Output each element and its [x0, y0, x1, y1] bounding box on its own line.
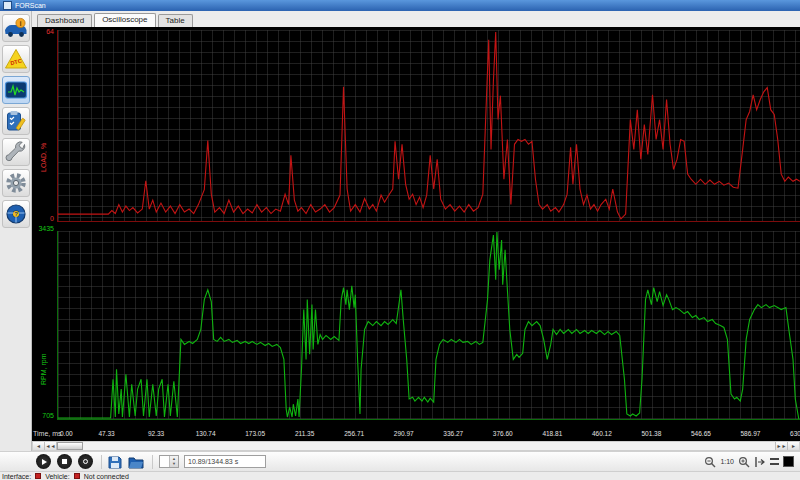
time-tick-label: 211.35: [295, 430, 314, 437]
scrollbar-track[interactable]: [83, 442, 775, 450]
scroll-left-button[interactable]: ◄: [33, 442, 45, 450]
sample-spinner[interactable]: ▲▼: [159, 455, 179, 468]
channel2-min-label: 705: [34, 412, 54, 419]
time-tick-label: 92.33: [148, 430, 164, 437]
time-tick-label: 336.27: [443, 430, 463, 437]
measure-cursor-icon[interactable]: [754, 456, 766, 468]
zoom-out-icon[interactable]: [704, 456, 716, 468]
sidebar-item-configuration[interactable]: [2, 169, 30, 197]
time-tick-label: 130.74: [196, 430, 216, 437]
record-button[interactable]: [78, 454, 93, 469]
dtc-warning-icon: DTC: [4, 48, 28, 70]
scroll-right-page-button[interactable]: ►►: [775, 442, 787, 450]
channel1-max-label: 64: [38, 28, 54, 35]
channel2-plot[interactable]: [57, 231, 800, 420]
channel2-trace: [58, 231, 800, 419]
time-tick-label: 376.60: [493, 430, 513, 437]
time-axis-ticks: 0.0047.3392.33130.74173.05211.35256.7129…: [57, 430, 800, 439]
time-tick-label: 0.00: [60, 430, 73, 437]
scroll-right-button[interactable]: ►: [787, 442, 799, 450]
connection-status-text: Not connected: [84, 473, 129, 480]
stop-icon: [62, 459, 67, 464]
time-tick-label: 418.81: [542, 430, 562, 437]
toolbar-separator: [152, 455, 153, 469]
zoom-controls: 1:10: [704, 456, 794, 468]
time-tick-label: 290.97: [394, 430, 414, 437]
time-tick-label: 47.33: [98, 430, 114, 437]
channel1-min-label: 0: [38, 215, 54, 222]
open-folder-icon: [128, 455, 144, 469]
time-tick-label: 460.12: [592, 430, 612, 437]
time-tick-label: 546.65: [691, 430, 711, 437]
play-icon: [42, 459, 47, 465]
oscilloscope-chart[interactable]: 64 0 LOAD, % 3435 705 RPM, rpm Time, ms …: [32, 27, 800, 441]
scrollbar-thumb[interactable]: [57, 442, 83, 450]
toolbar-separator: [101, 455, 102, 469]
interface-label: Interface:: [2, 473, 31, 480]
time-tick-label: 173.05: [245, 430, 265, 437]
tab-dashboard[interactable]: Dashboard: [37, 14, 92, 27]
vehicle-status-led: [74, 473, 80, 479]
vehicle-label: Vehicle:: [45, 473, 70, 480]
time-tick-label: 501.38: [641, 430, 661, 437]
sidebar-item-service[interactable]: [2, 138, 30, 166]
play-button[interactable]: [36, 454, 51, 469]
interface-status-led: [35, 473, 41, 479]
forscan-window: FORScan i DTC: [0, 0, 800, 480]
wrench-icon: [4, 141, 28, 163]
statusbar: Interface: Vehicle: Not connected: [0, 471, 800, 480]
oscilloscope-scrollbar[interactable]: ◄ ◄◄ ►► ►: [32, 441, 800, 451]
tests-clipboard-icon: [4, 110, 28, 132]
channel2-axis-label: RPM, rpm: [40, 295, 47, 385]
sidebar-item-settings[interactable]: ?: [2, 200, 30, 228]
sidebar-item-oscilloscope[interactable]: [2, 76, 30, 104]
svg-text:?: ?: [14, 211, 18, 217]
tab-bar: Dashboard Oscilloscope Table: [32, 11, 800, 27]
steering-wheel-icon: ?: [4, 203, 28, 225]
oscilloscope-toolbar: ▲▼ 10.89/1344.83 s 1:10: [0, 451, 800, 471]
spinner-value: [160, 456, 162, 467]
time-tick-label: 630.36: [790, 430, 800, 437]
car-info-icon: i: [4, 17, 28, 39]
gear-icon: [4, 172, 28, 194]
channel1-plot[interactable]: [57, 30, 800, 222]
channel1-axis-label: LOAD, %: [40, 92, 47, 172]
zoom-in-icon[interactable]: [738, 456, 750, 468]
open-button[interactable]: [128, 455, 144, 469]
time-position-display[interactable]: 10.89/1344.83 s: [184, 455, 266, 468]
sidebar-item-vehicle-info[interactable]: i: [2, 14, 30, 42]
sidebar-item-dtc[interactable]: DTC: [2, 45, 30, 73]
time-tick-label: 256.71: [344, 430, 364, 437]
svg-text:i: i: [19, 19, 21, 28]
save-floppy-icon: [108, 455, 122, 469]
stop-button[interactable]: [57, 454, 72, 469]
zoom-scale-label: 1:10: [720, 458, 734, 465]
tab-oscilloscope[interactable]: Oscilloscope: [94, 13, 155, 27]
equal-scale-icon[interactable]: [770, 458, 779, 465]
oscilloscope-icon: [4, 79, 28, 101]
sidebar-item-tests[interactable]: [2, 107, 30, 135]
channel2-max-label: 3435: [34, 225, 54, 232]
channel1-trace: [58, 30, 800, 221]
save-button[interactable]: [108, 455, 122, 469]
spinner-arrows-icon[interactable]: ▲▼: [169, 456, 178, 467]
scroll-left-page-button[interactable]: ◄◄: [45, 442, 57, 450]
window-title: FORScan: [15, 2, 46, 9]
sidebar: i DTC: [0, 11, 32, 480]
record-icon: [83, 459, 88, 464]
app-icon: [3, 1, 12, 10]
tab-table[interactable]: Table: [158, 14, 193, 27]
time-tick-label: 586.97: [741, 430, 761, 437]
background-color-swatch[interactable]: [783, 456, 794, 467]
titlebar[interactable]: FORScan: [0, 0, 800, 11]
